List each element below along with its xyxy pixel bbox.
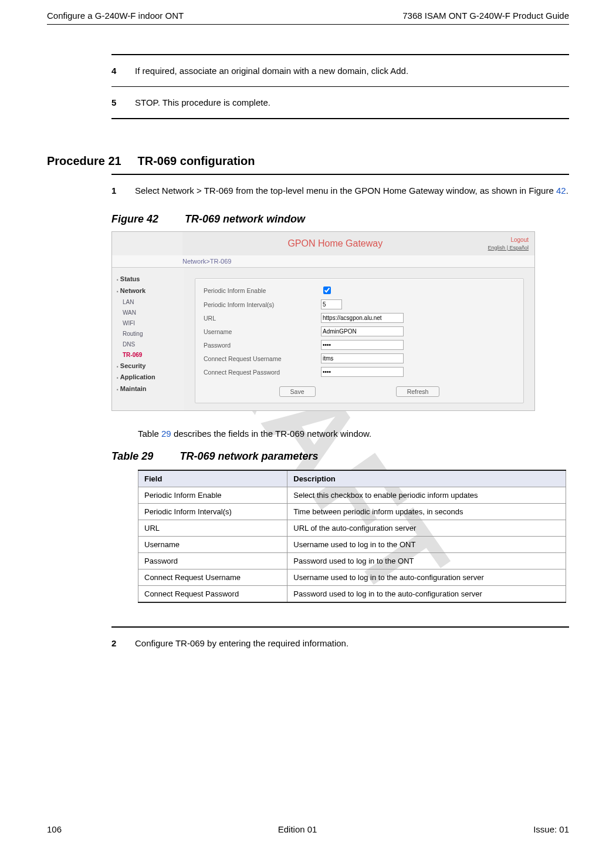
screenshot: GPON Home Gateway Logout English | Españ… bbox=[111, 231, 535, 411]
input-username[interactable] bbox=[321, 326, 404, 336]
save-button[interactable]: Save bbox=[279, 386, 316, 397]
table-label: Table 29 bbox=[111, 450, 153, 462]
step-text: STOP. This procedure is complete. bbox=[135, 97, 569, 107]
form-panel: Periodic Inform Enable Periodic Inform I… bbox=[195, 278, 524, 403]
step-separator bbox=[111, 86, 569, 87]
label-url: URL bbox=[204, 315, 321, 322]
table-row: UsernameUsername used to log in to the O… bbox=[138, 537, 566, 553]
cell-desc: Select this checkbox to enable periodic … bbox=[287, 487, 566, 504]
language-links[interactable]: English | Español bbox=[488, 244, 529, 252]
table-row: Periodic Inform EnableSelect this checkb… bbox=[138, 487, 566, 504]
sidebar-item-network[interactable]: Network bbox=[117, 285, 184, 297]
figure-label: Figure 42 bbox=[111, 213, 158, 225]
procedure-title: TR-069 configuration bbox=[138, 154, 255, 167]
footer-page: 106 bbox=[47, 824, 62, 834]
input-periodic-interval[interactable] bbox=[321, 299, 342, 309]
col-field: Field bbox=[138, 470, 287, 487]
cell-desc: Password used to log in to the auto-conf… bbox=[287, 586, 566, 603]
cell-desc: Username used to log in to the auto-conf… bbox=[287, 569, 566, 586]
header-left: Configure a G-240W-F indoor ONT bbox=[47, 11, 184, 21]
col-description: Description bbox=[287, 470, 566, 487]
procedure-label: Procedure 21 bbox=[47, 154, 121, 167]
cell-field: Connect Request Username bbox=[138, 569, 287, 586]
figure-link[interactable]: 42 bbox=[556, 186, 566, 196]
step1-suffix: . bbox=[566, 186, 568, 196]
label-password: Password bbox=[204, 342, 321, 349]
breadcrumb: Network>TR-069 bbox=[112, 255, 534, 268]
cell-desc: URL of the auto-configuration server bbox=[287, 520, 566, 537]
footer-edition: Edition 01 bbox=[278, 824, 317, 834]
step-text: Select Network > TR-069 from the top-lev… bbox=[135, 186, 569, 196]
table-title: Table 29 TR-069 network parameters bbox=[111, 450, 569, 463]
sidebar-item-status[interactable]: Status bbox=[117, 274, 184, 285]
sidebar-sub-wan[interactable]: WAN bbox=[117, 308, 184, 318]
input-password[interactable] bbox=[321, 340, 404, 350]
step-5: 5 STOP. This procedure is complete. bbox=[111, 92, 569, 113]
sidebar-item-application[interactable]: Application bbox=[117, 372, 184, 383]
sidebar-sub-dns[interactable]: DNS bbox=[117, 339, 184, 350]
ss-title: GPON Home Gateway bbox=[182, 238, 488, 249]
step-number: 1 bbox=[111, 186, 135, 196]
sidebar-item-maintain[interactable]: Maintain bbox=[117, 383, 184, 395]
table-row: Periodic Inform Interval(s)Time between … bbox=[138, 504, 566, 520]
procedure-rule bbox=[111, 174, 569, 175]
step-text: If required, associate an original domai… bbox=[135, 66, 569, 76]
sidebar-sub-routing[interactable]: Routing bbox=[117, 329, 184, 339]
cell-field: Password bbox=[138, 553, 287, 569]
page-header: Configure a G-240W-F indoor ONT 7368 ISA… bbox=[47, 0, 569, 24]
param-table: Field Description Periodic Inform Enable… bbox=[138, 470, 566, 603]
table-row: URLURL of the auto-configuration server bbox=[138, 520, 566, 537]
cell-desc: Password used to log in to the ONT bbox=[287, 553, 566, 569]
label-periodic-interval: Periodic Inform Interval(s) bbox=[204, 301, 321, 308]
step-separator bbox=[111, 54, 569, 55]
step-4: 4 If required, associate an original dom… bbox=[111, 60, 569, 82]
step-separator bbox=[111, 626, 569, 628]
table-intro-suffix: describes the fields in the TR-069 netwo… bbox=[171, 429, 372, 439]
refresh-button[interactable]: Refresh bbox=[396, 386, 440, 397]
input-connect-password[interactable] bbox=[321, 367, 404, 377]
step-text: Configure TR-069 by entering the require… bbox=[135, 638, 569, 648]
ss-topbar: GPON Home Gateway Logout English | Españ… bbox=[112, 232, 534, 255]
footer-issue: Issue: 01 bbox=[533, 824, 569, 834]
sidebar-sub-tr069[interactable]: TR-069 bbox=[117, 350, 184, 360]
step-separator bbox=[111, 118, 569, 119]
cell-field: Periodic Inform Interval(s) bbox=[138, 504, 287, 520]
table-row: Connect Request UsernameUsername used to… bbox=[138, 569, 566, 586]
table-row: Connect Request PasswordPassword used to… bbox=[138, 586, 566, 603]
label-connect-username: Connect Request Username bbox=[204, 355, 321, 362]
header-rule bbox=[47, 24, 569, 25]
table-caption: TR-069 network parameters bbox=[180, 450, 318, 462]
procedure-heading: Procedure 21 TR-069 configuration bbox=[47, 154, 569, 168]
table-link[interactable]: 29 bbox=[161, 429, 171, 439]
table-row: PasswordPassword used to log in to the O… bbox=[138, 553, 566, 569]
sidebar-sub-lan[interactable]: LAN bbox=[117, 297, 184, 308]
input-connect-username[interactable] bbox=[321, 353, 404, 363]
label-periodic-enable: Periodic Inform Enable bbox=[204, 287, 321, 294]
cell-desc: Time between periodic inform updates, in… bbox=[287, 504, 566, 520]
cell-field: Connect Request Password bbox=[138, 586, 287, 603]
table-intro: Table 29 describes the fields in the TR-… bbox=[138, 429, 569, 439]
label-username: Username bbox=[204, 328, 321, 335]
header-right: 7368 ISAM ONT G-240W-F Product Guide bbox=[402, 11, 569, 21]
cell-field: URL bbox=[138, 520, 287, 537]
input-url[interactable] bbox=[321, 313, 404, 323]
logout-link[interactable]: Logout bbox=[510, 237, 529, 243]
step-2: 2 Configure TR-069 by entering the requi… bbox=[111, 632, 569, 654]
step-number: 5 bbox=[111, 97, 135, 107]
sidebar-sub-wifi[interactable]: WIFI bbox=[117, 318, 184, 329]
page-footer: 106 Edition 01 Issue: 01 bbox=[47, 824, 569, 834]
cell-field: Periodic Inform Enable bbox=[138, 487, 287, 504]
cell-field: Username bbox=[138, 537, 287, 553]
cell-desc: Username used to log in to the ONT bbox=[287, 537, 566, 553]
ss-logo bbox=[112, 232, 182, 255]
label-connect-password: Connect Request Password bbox=[204, 369, 321, 376]
step-number: 4 bbox=[111, 66, 135, 76]
step-number: 2 bbox=[111, 638, 135, 648]
checkbox-periodic-enable[interactable] bbox=[323, 287, 331, 294]
figure-caption: TR-069 network window bbox=[185, 213, 305, 225]
step-1: 1 Select Network > TR-069 from the top-l… bbox=[111, 180, 569, 201]
figure-title: Figure 42 TR-069 network window bbox=[111, 213, 569, 225]
sidebar-item-security[interactable]: Security bbox=[117, 360, 184, 372]
table-intro-prefix: Table bbox=[138, 429, 161, 439]
step1-prefix: Select Network > TR-069 from the top-lev… bbox=[135, 186, 556, 196]
